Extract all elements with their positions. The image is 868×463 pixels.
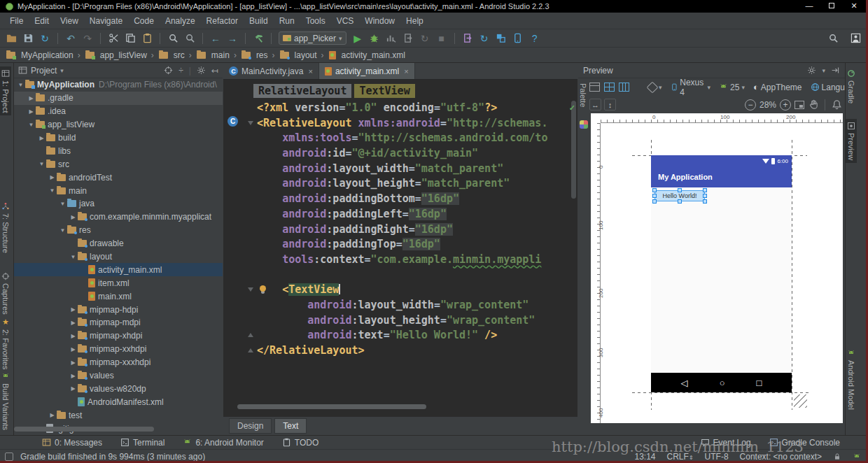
tree-chevron-icon[interactable]: ▶	[48, 174, 56, 180]
orientation-selector[interactable]: ▾	[646, 83, 664, 92]
maximize-button[interactable]	[822, 1, 841, 11]
undo-icon[interactable]: ↶	[62, 31, 79, 46]
breadcrumb-src[interactable]: src	[158, 50, 185, 60]
tree-item-item-xml[interactable]: item.xml	[14, 276, 223, 290]
tree-chevron-icon[interactable]: ▼	[48, 187, 56, 194]
api-level-selector[interactable]: 25▾	[717, 83, 747, 92]
toolwindow-button-event-log[interactable]: Event Log	[701, 438, 751, 448]
toolwindow-button-todo[interactable]: TODO	[282, 438, 318, 448]
editor-mode-tab-design[interactable]: Design	[229, 418, 272, 434]
tree-item-mipmap-mdpi[interactable]: ▶mipmap-mdpi	[14, 316, 223, 329]
coverage-icon[interactable]	[459, 31, 476, 46]
caret-position[interactable]: 13:14	[635, 452, 656, 462]
build-icon[interactable]	[250, 31, 267, 46]
tree-chevron-icon[interactable]: ▶	[69, 214, 77, 220]
tool-strip-tab-1-project[interactable]: 1: Project	[0, 66, 11, 115]
tree-chevron-icon[interactable]: ▶	[38, 135, 46, 141]
toolwindow-button-gradle-console[interactable]: Gradle Console	[769, 438, 840, 448]
tree-item-main[interactable]: ▼main	[14, 184, 223, 197]
tool-window-toggle-icon[interactable]	[5, 453, 13, 461]
debug-icon[interactable]	[366, 31, 383, 46]
tree-chevron-icon[interactable]: ▼	[27, 122, 35, 128]
tree-chevron-icon[interactable]: ▼	[69, 254, 77, 260]
tree-item-main-xml[interactable]: main.xml	[14, 290, 223, 303]
pan-hand-icon[interactable]	[806, 98, 820, 112]
locate-file-icon[interactable]	[164, 66, 173, 75]
editor-vertical-scrollbar[interactable]	[571, 101, 576, 394]
redo-icon[interactable]: ↷	[79, 31, 96, 46]
nav-back-icon[interactable]: ◁	[681, 378, 688, 388]
code-editor[interactable]: <?xml version="1.0" encoding="utf-8"?><R…	[223, 101, 569, 400]
device-selector[interactable]: Nexus 4▾	[668, 78, 713, 97]
tree-chevron-icon[interactable]: ▶	[27, 108, 35, 115]
tree-item-build[interactable]: ▶build	[14, 131, 223, 145]
selected-textview[interactable]: Hello World!	[654, 190, 705, 201]
nav-home-icon[interactable]: ○	[720, 378, 725, 388]
tool-strip-tab-preview[interactable]: Preview	[846, 119, 857, 163]
editor-horizontal-scrollbar[interactable]	[237, 404, 426, 409]
tree-item-androidtest[interactable]: ▶androidTest	[14, 171, 223, 184]
breadcrumb-myapplication[interactable]: MyApplication	[6, 50, 74, 60]
gradle-sync-icon[interactable]: ↻	[476, 31, 493, 46]
tree-chevron-icon[interactable]: ▼	[38, 161, 46, 167]
tree-item-java[interactable]: ▼java	[14, 197, 223, 211]
back-icon[interactable]: ←	[207, 31, 224, 46]
preview-dock-icon[interactable]	[831, 66, 840, 75]
menu-item-refactor[interactable]: Refactor	[201, 14, 244, 28]
menu-item-window[interactable]: Window	[359, 14, 400, 28]
tree-chevron-icon[interactable]: ▶	[69, 306, 77, 313]
breadcrumb-main[interactable]: main	[196, 50, 230, 60]
menu-item-run[interactable]: Run	[274, 14, 300, 28]
fold-marker-icon[interactable]	[248, 348, 253, 352]
theme-selector[interactable]: ◐ AppTheme	[751, 82, 804, 92]
tree-chevron-icon[interactable]: ▶	[69, 385, 77, 392]
show-blueprint-icon[interactable]	[604, 80, 615, 94]
tree-item-values-w820dp[interactable]: ▶values-w820dp	[14, 382, 223, 395]
editor-tab-activity_main-xml[interactable]: activity_main.xml×	[319, 63, 415, 79]
project-view-dropdown-icon[interactable]: ▾	[60, 67, 64, 74]
tree-item-layout[interactable]: ▼layout	[14, 250, 223, 264]
profile-icon[interactable]	[383, 31, 400, 46]
tree-chevron-icon[interactable]: ▶	[69, 359, 77, 366]
tool-strip-tab-captures[interactable]: Captures	[0, 269, 11, 318]
tree-item--idea[interactable]: ▶.idea	[14, 105, 223, 118]
cut-icon[interactable]	[105, 31, 122, 46]
attach-debugger-icon[interactable]	[400, 31, 416, 46]
close-button[interactable]: ✕	[844, 1, 864, 11]
save-all-icon[interactable]	[20, 31, 36, 46]
tree-chevron-icon[interactable]: ▶	[69, 333, 77, 339]
line-ending-selector[interactable]: CRLF⇕	[667, 452, 694, 462]
toolwindow-button-6-android-monitor[interactable]: 6: Android Monitor	[183, 438, 263, 448]
zoom-to-fit-icon[interactable]	[792, 98, 806, 112]
fold-marker-icon[interactable]	[248, 121, 253, 125]
show-both-icon[interactable]	[619, 80, 629, 94]
paste-icon[interactable]	[139, 31, 155, 46]
resize-width-icon[interactable]: ↔	[589, 99, 601, 111]
tree-item-mipmap-xxxhdpi[interactable]: ▶mipmap-xxxhdpi	[14, 356, 223, 369]
project-view-label[interactable]: Project	[31, 66, 57, 76]
fold-marker-icon[interactable]	[248, 287, 253, 292]
breadcrumb-activity_main-xml[interactable]: activity_main.xml	[328, 50, 405, 60]
device-preview[interactable]: 6:00 My Application Hello World!	[651, 155, 792, 392]
menu-item-build[interactable]: Build	[244, 14, 274, 28]
menu-item-help[interactable]: Help	[400, 14, 429, 28]
menu-item-vcs[interactable]: VCS	[331, 14, 360, 28]
tree-chevron-icon[interactable]: ▶	[27, 95, 35, 101]
menu-item-analyze[interactable]: Analyze	[160, 14, 201, 28]
avatar-icon[interactable]	[847, 31, 864, 46]
tool-strip-tab-build-variants[interactable]: Build Variants	[0, 369, 11, 433]
menu-item-tools[interactable]: Tools	[300, 14, 331, 28]
sync-icon[interactable]: ↻	[36, 31, 53, 46]
fold-marker-icon[interactable]	[248, 333, 253, 337]
project-settings-gear-icon[interactable]	[197, 66, 206, 75]
language-selector[interactable]: Language▾	[808, 83, 845, 92]
breadcrumb-layout[interactable]: layout	[279, 50, 317, 60]
tree-chevron-icon[interactable]: ▶	[48, 412, 56, 418]
avd-manager-icon[interactable]	[510, 31, 526, 46]
tree-item-values[interactable]: ▶values	[14, 369, 223, 383]
copy-icon[interactable]	[122, 31, 139, 46]
toolwindow-button-0-messages[interactable]: 0: Messages	[42, 438, 102, 448]
tree-chevron-icon[interactable]: ▼	[59, 227, 66, 234]
tree-item-mipmap-xxhdpi[interactable]: ▶mipmap-xxhdpi	[14, 343, 223, 356]
tree-item-myapplication[interactable]: ▼MyApplicationD:\Program Files (x86)\And…	[14, 78, 223, 92]
